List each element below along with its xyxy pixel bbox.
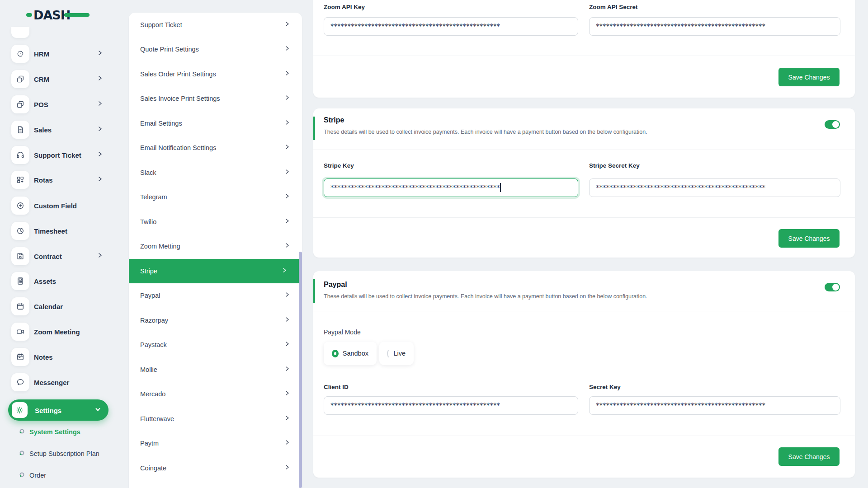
divider (313, 436, 855, 436)
video-camera-icon (16, 327, 25, 336)
sidebar-item-contract[interactable]: Contract (0, 247, 111, 265)
chevron-down-icon (94, 406, 101, 413)
sidebar-item-pos[interactable]: POS (0, 95, 111, 113)
chevron-right-icon (97, 75, 103, 81)
bullet-ring-icon (19, 428, 25, 434)
menu-item-email-settings[interactable]: Email Settings (129, 111, 302, 136)
app-root: { "brand": { "name": "DASH" }, "colors":… (0, 0, 868, 488)
paypal-card-title: Paypal (324, 281, 347, 289)
sidebar-item-assets[interactable]: Assets (0, 272, 111, 290)
stripe-secret-key-label: Stripe Secret Key (589, 162, 640, 169)
menu-scrollbar-thumb[interactable] (299, 252, 302, 488)
menu-item-support-ticket[interactable]: Support Ticket (129, 13, 302, 37)
chevron-right-icon (284, 45, 290, 52)
calendar-icon (16, 302, 25, 311)
stripe-secret-key-input[interactable] (589, 178, 840, 197)
menu-item-paypal[interactable]: Paypal (129, 283, 302, 308)
menu-item-email-notification-settings[interactable]: Email Notification Settings (129, 136, 302, 160)
sidebar-item-crm[interactable]: CRM (0, 70, 111, 88)
save-changes-button[interactable]: Save Changes (778, 229, 840, 248)
sidebar-item-zoom-meeting[interactable]: Zoom Meeting (0, 323, 111, 341)
sidebar-item-settings[interactable]: Settings (8, 399, 108, 421)
menu-item-coingate[interactable]: Coingate (129, 456, 302, 480)
stripe-card-title: Stripe (324, 116, 344, 124)
sidebar-subitem-system-settings[interactable]: System Settings (15, 425, 110, 439)
sidebar-subitem-order[interactable]: Order (15, 469, 110, 482)
chevron-right-icon (284, 390, 290, 396)
menu-item-sales-invoice-print-settings[interactable]: Sales Invoice Print Settings (129, 86, 302, 111)
divider (313, 150, 855, 150)
card-accent-bar (313, 279, 315, 303)
note-calendar-icon (16, 352, 25, 361)
dash-logo-icon: DASH (26, 5, 94, 23)
menu-item-zoom-metting[interactable]: Zoom Metting (129, 234, 302, 258)
card-accent-bar (313, 117, 315, 140)
sidebar-subitem-setup-subscription-plan[interactable]: Setup Subscription Plan (15, 447, 110, 460)
chevron-right-icon (97, 176, 103, 182)
zoom-api-secret-input[interactable] (589, 17, 840, 36)
paypal-toggle[interactable] (825, 283, 840, 291)
headphones-icon (16, 150, 25, 160)
chevron-right-icon (284, 415, 290, 421)
stripe-toggle[interactable] (825, 120, 840, 129)
sidebar-item-notes[interactable]: Notes (0, 348, 111, 366)
client-id-input[interactable] (324, 396, 578, 415)
menu-item-paytm[interactable]: Paytm (129, 431, 302, 455)
sidebar-item-messenger[interactable]: Messenger (0, 373, 111, 391)
chevron-right-icon (284, 193, 290, 199)
stripe-settings-card: Stripe These details will be used to col… (313, 108, 855, 258)
chevron-right-icon (281, 267, 288, 273)
divider (313, 56, 855, 56)
chevron-right-icon (284, 169, 290, 175)
secret-key-input[interactable] (589, 396, 840, 415)
menu-item-twilio[interactable]: Twilio (129, 210, 302, 234)
settings-menu: Support Ticket Quote Print Settings Sale… (129, 13, 302, 488)
save-icon (16, 252, 25, 261)
chevron-right-icon (97, 252, 103, 258)
chevron-right-icon (97, 50, 103, 56)
menu-item-slack[interactable]: Slack (129, 160, 302, 185)
file-text-icon (16, 125, 25, 134)
stripe-key-input[interactable] (324, 178, 578, 197)
partial-nav-tile (11, 27, 29, 38)
chat-bubble-icon (16, 378, 25, 387)
zoom-settings-card: Zoom API Key Zoom API Secret Save Change… (313, 0, 855, 98)
sidebar-item-calendar[interactable]: Calendar (0, 297, 111, 315)
calculator-icon (16, 277, 25, 286)
zoom-api-key-input[interactable] (324, 17, 578, 36)
save-changes-button[interactable]: Save Changes (778, 68, 840, 86)
menu-item-razorpay[interactable]: Razorpay (129, 308, 302, 333)
menu-item-flutterwave[interactable]: Flutterwave (129, 407, 302, 431)
sidebar-item-timesheet[interactable]: Timesheet (0, 222, 111, 240)
menu-item-stripe[interactable]: Stripe (129, 259, 299, 283)
paypal-mode-live-option[interactable]: Live (379, 342, 414, 365)
copy-icon (16, 75, 25, 84)
save-changes-button[interactable]: Save Changes (778, 447, 840, 466)
chevron-right-icon (284, 316, 290, 323)
sidebar-item-hrm[interactable]: HRM (0, 45, 111, 63)
target-icon (16, 49, 25, 58)
paypal-mode-label: Paypal Mode (324, 328, 361, 336)
chevron-right-icon (284, 119, 290, 126)
sidebar-item-support-ticket[interactable]: Support Ticket (0, 146, 111, 164)
text-cursor (500, 183, 501, 192)
sidebar-item-rotas[interactable]: Rotas (0, 171, 111, 189)
toggle-knob (832, 121, 839, 128)
sidebar-item-sales[interactable]: Sales (0, 121, 111, 139)
paypal-mode-sandbox-option[interactable]: Sandbox (324, 342, 377, 365)
menu-item-paystack[interactable]: Paystack (129, 333, 302, 357)
menu-item-telegram[interactable]: Telegram (129, 185, 302, 209)
menu-item-sales-order-print-settings[interactable]: Sales Order Print Settings (129, 62, 302, 86)
chevron-right-icon (97, 100, 103, 107)
divider (313, 217, 855, 218)
menu-item-skrill[interactable]: Skrill (129, 480, 302, 488)
menu-item-mollie[interactable]: Mollie (129, 357, 302, 382)
sidebar-item-custom-field[interactable]: Custom Field (0, 197, 111, 215)
brand-logo[interactable]: DASH (26, 5, 94, 23)
circle-plus-icon (16, 201, 25, 210)
menu-item-mercado[interactable]: Mercado (129, 382, 302, 406)
toggle-knob (832, 284, 839, 291)
menu-item-quote-print-settings[interactable]: Quote Print Settings (129, 37, 302, 61)
chevron-right-icon (97, 151, 103, 157)
zoom-api-key-label: Zoom API Key (324, 4, 365, 10)
